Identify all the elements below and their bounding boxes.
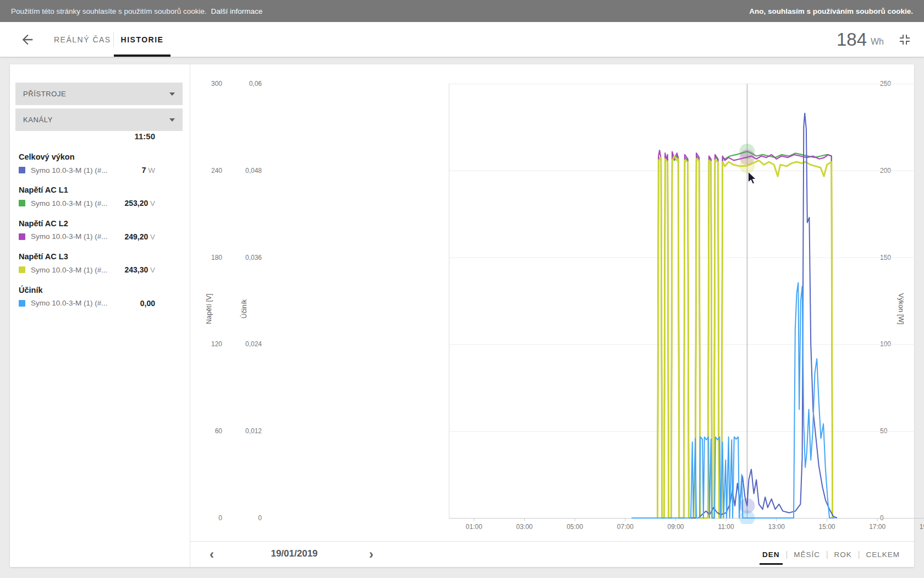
time-axis-tick: 01:00: [460, 523, 488, 531]
chart-region: 3002401801206000,060,0480,0360,0240,0120…: [190, 64, 914, 541]
voltage-axis-tick: 300: [196, 80, 222, 88]
time-axis-tick: 05:00: [561, 523, 588, 531]
dropdown-kanaly-label: KANÁLY: [23, 116, 53, 124]
voltage-axis-tick: 240: [196, 167, 222, 175]
cookie-banner: Použitím této stránky souhlasíte s použi…: [0, 0, 924, 22]
time-axis-tick: 13:00: [763, 523, 790, 531]
pf-axis-tick: 0,024: [234, 340, 262, 348]
pf-axis-tick: 0,012: [234, 427, 262, 435]
cookie-more-info-link[interactable]: Další informace: [211, 7, 262, 15]
cookie-accept-button[interactable]: Ano, souhlasím s používáním souborů cook…: [749, 7, 913, 15]
channel-device-label: Symo 10.0-3-M (1) (#...: [31, 166, 142, 175]
channel-group-title: Napětí AC L1: [19, 186, 156, 194]
channel-device-label: Symo 10.0-3-M (1) (#...: [31, 266, 124, 274]
pf-axis-tick: 0,048: [234, 167, 262, 175]
time-axis-tick: 15:00: [813, 523, 841, 531]
energy-total: 184 Wh: [837, 22, 911, 57]
pf-axis-tick: 0,06: [234, 80, 262, 88]
channel-row[interactable]: Symo 10.0-3-M (1) (#...249,20 V: [19, 232, 155, 241]
header: REÁLNÝ ČAS HISTORIE 184 Wh: [0, 22, 924, 57]
voltage-axis-tick: 0: [196, 514, 222, 522]
collapse-icon[interactable]: [898, 33, 911, 46]
content-card: PŘÍSTROJE KANÁLY 11:50 Celkový výkonSymo…: [10, 64, 914, 567]
period-tab-rok[interactable]: ROK: [828, 542, 858, 567]
history-chart[interactable]: [449, 84, 924, 524]
channel-group-title: Napětí AC L2: [19, 219, 156, 228]
channel-value: 0,00: [140, 299, 155, 308]
channel-row[interactable]: Symo 10.0-3-M (1) (#...253,20 V: [19, 199, 155, 208]
dropdown-pristroje-label: PŘÍSTROJE: [23, 90, 66, 98]
channel-group-label: Napětí AC L3: [19, 252, 156, 261]
time-axis-tick: 09:00: [662, 523, 690, 531]
voltage-axis-tick: 120: [196, 340, 222, 348]
mouse-cursor-icon: [748, 172, 756, 184]
energy-unit: Wh: [871, 37, 884, 47]
axis-title-voltage: Napětí [V]: [205, 287, 213, 331]
channel-value: 243,30 V: [124, 265, 155, 274]
app-screen: Použitím této stránky souhlasíte s použi…: [0, 0, 924, 578]
channel-group-label: Napětí AC L2: [19, 219, 156, 228]
channel-color-swatch: [19, 300, 25, 307]
channel-group-label: Účiník: [19, 286, 156, 295]
time-axis-tick: 03:00: [511, 523, 538, 531]
axis-title-pf: Účiník: [240, 292, 248, 325]
channel-row[interactable]: Symo 10.0-3-M (1) (#...7 W: [19, 166, 155, 175]
active-tab-underline: [114, 54, 170, 57]
dropdown-kanaly[interactable]: KANÁLY: [15, 108, 183, 131]
chevron-down-icon: [169, 92, 175, 96]
series-line-nap-t-ac-l3: [658, 156, 833, 519]
energy-value: 184: [837, 29, 867, 50]
period-tab-den[interactable]: DEN: [756, 542, 786, 567]
channel-color-swatch: [19, 200, 25, 206]
channel-color-swatch: [19, 167, 25, 173]
channel-value: 253,20 V: [124, 199, 155, 208]
cursor-time-label: 11:50: [76, 132, 155, 141]
next-day-button[interactable]: ›: [363, 546, 380, 563]
channel-row[interactable]: Symo 10.0-3-M (1) (#...0,00: [19, 299, 155, 308]
tab-realny-cas[interactable]: REÁLNÝ ČAS: [54, 22, 111, 57]
channel-group-title: Celkový výkon: [19, 152, 156, 161]
channel-device-label: Symo 10.0-3-M (1) (#...: [31, 232, 124, 241]
channel-group-label: Napětí AC L1: [19, 186, 156, 194]
period-tabs: DEN|MĚSÍC|ROK|CELKEM: [756, 542, 906, 567]
selected-date: 19/01/2019: [239, 548, 349, 559]
tab-historie[interactable]: HISTORIE: [114, 22, 170, 57]
channel-row[interactable]: Symo 10.0-3-M (1) (#...243,30 V: [19, 265, 155, 274]
dropdown-pristroje[interactable]: PŘÍSTROJE: [15, 83, 183, 105]
chevron-down-icon: [169, 118, 175, 122]
back-arrow-icon[interactable]: [20, 32, 35, 47]
time-axis-tick: 19:00: [914, 523, 924, 531]
cookie-message: Použitím této stránky souhlasíte s použi…: [11, 7, 207, 15]
channel-device-label: Symo 10.0-3-M (1) (#...: [31, 199, 124, 208]
cursor-marker: [739, 510, 755, 524]
channel-device-label: Symo 10.0-3-M (1) (#...: [31, 299, 140, 307]
channel-group-label: Celkový výkon: [19, 152, 156, 161]
time-axis-tick: 07:00: [612, 523, 639, 531]
channel-group-title: Účiník: [19, 286, 156, 295]
voltage-axis-tick: 180: [196, 254, 222, 261]
time-axis-tick: 11:00: [712, 523, 740, 531]
pf-axis-tick: 0,036: [234, 254, 262, 261]
channel-color-swatch: [19, 233, 25, 240]
channel-group-title: Napětí AC L3: [19, 252, 156, 261]
previous-day-button[interactable]: ‹: [204, 546, 220, 563]
channel-value: 7 W: [142, 166, 155, 175]
footer-bar: ‹ 19/01/2019 › DEN|MĚSÍC|ROK|CELKEM: [190, 542, 914, 567]
voltage-axis-tick: 60: [196, 427, 222, 435]
channel-color-swatch: [19, 266, 25, 273]
period-tab-celkem[interactable]: CELKEM: [860, 542, 906, 567]
cursor-marker: [739, 158, 755, 173]
period-tab-m-s-c[interactable]: MĚSÍC: [788, 542, 826, 567]
pf-axis-tick: 0: [234, 514, 262, 522]
time-axis-tick: 17:00: [864, 523, 891, 531]
channel-value: 249,20 V: [124, 232, 155, 241]
